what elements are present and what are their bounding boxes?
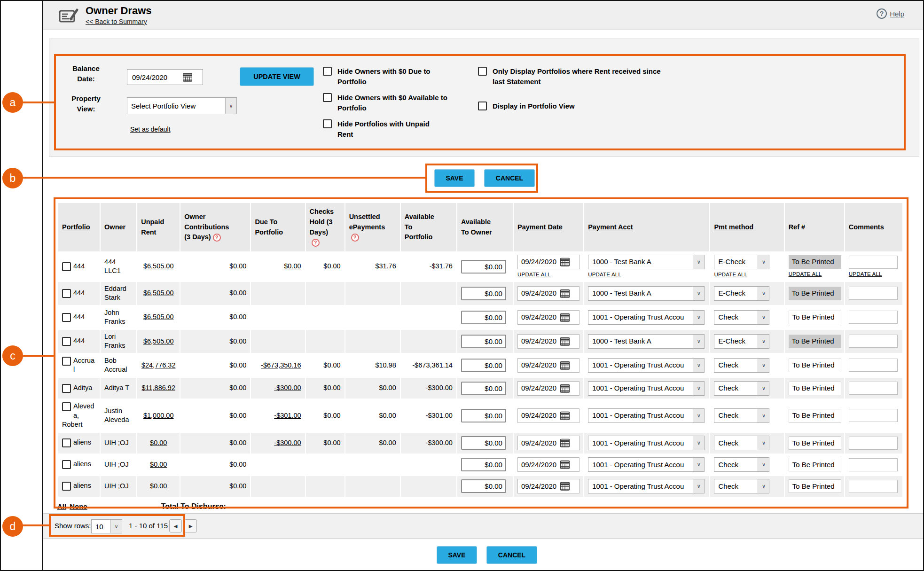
select-all-link[interactable]: All [57,502,66,510]
payment-date-field[interactable]: 09/24/2020 [517,457,579,472]
hide-portfolios-unpaid-checkbox[interactable]: Hide Portfolios with Unpaid Rent [323,119,485,140]
next-page-button[interactable]: ▶ [184,519,197,532]
available-to-owner-input[interactable] [461,311,506,324]
comments-input[interactable] [849,287,898,300]
calendar-icon[interactable] [560,313,570,322]
column-header-label[interactable]: Payment Date [517,223,563,231]
red-help-icon[interactable]: ? [312,239,320,247]
available-to-owner-input[interactable] [461,260,506,274]
checkbox-icon[interactable] [323,67,332,76]
row-checkbox[interactable] [62,402,71,411]
available-to-owner-input[interactable] [461,458,506,471]
calendar-icon[interactable] [560,482,570,491]
unpaid-rent-link[interactable]: $6,505.00 [143,313,174,321]
payment-date-field[interactable]: 09/24/2020 [517,479,579,493]
update-view-button[interactable]: UPDATE VIEW [240,67,314,86]
payment-acct-select[interactable]: 1001 - Operating Trust Accou∨ [588,436,705,450]
row-checkbox[interactable] [62,460,71,469]
pmt-method-select[interactable]: Check∨ [714,358,769,373]
only-display-rent-received-checkbox[interactable]: Only Display Portfolios where Rent recei… [478,66,704,87]
row-checkbox[interactable] [62,289,71,298]
payment-date-field[interactable]: 09/24/2020 [517,310,579,325]
unpaid-rent-link[interactable]: $24,776.32 [141,361,176,369]
payment-acct-select[interactable]: 1001 - Operating Trust Accou∨ [588,310,705,325]
payment-acct-select[interactable]: 1001 - Operating Trust Accou∨ [588,457,705,472]
column-header-label[interactable]: Payment Acct [588,223,633,231]
payment-date-field[interactable]: 09/24/2020 [517,255,579,269]
row-checkbox[interactable] [62,384,71,393]
unpaid-rent-link[interactable]: $6,505.00 [143,289,174,297]
pmt-method-select[interactable]: Check∨ [714,381,769,396]
calendar-icon[interactable] [560,289,570,298]
available-to-owner-input[interactable] [461,335,506,348]
calendar-icon[interactable] [560,337,570,346]
update-all-link[interactable]: UPDATE ALL [517,271,579,279]
comments-input[interactable] [849,458,898,471]
save-button-bottom[interactable]: SAVE [437,546,477,564]
help-link[interactable]: Help [890,10,904,18]
calendar-icon[interactable] [560,411,570,420]
hide-owners-due-checkbox[interactable]: Hide Owners with $0 Due to Portfolio [323,66,485,87]
pmt-method-select[interactable]: Check∨ [714,436,769,450]
help-icon[interactable]: ? [877,8,887,19]
payment-date-field[interactable]: 09/24/2020 [517,286,579,301]
comments-input[interactable] [849,382,898,395]
available-to-owner-input[interactable] [461,409,506,422]
cancel-button-bottom[interactable]: CANCEL [486,546,537,564]
payment-acct-select[interactable]: 1000 - Test Bank A∨ [588,255,705,269]
row-checkbox[interactable] [62,337,71,346]
pmt-method-select[interactable]: Check∨ [714,408,769,423]
available-to-owner-input[interactable] [461,479,506,493]
comments-input[interactable] [849,311,898,324]
prev-page-button[interactable]: ◀ [169,519,182,532]
display-portfolio-view-checkbox[interactable]: Display in Portfolio View [478,101,704,111]
due-to-portfolio-link[interactable]: -$300.00 [274,384,301,391]
payment-date-field[interactable]: 09/24/2020 [517,408,579,423]
row-checkbox[interactable] [62,438,71,447]
update-all-link[interactable]: UPDATE ALL [588,271,705,279]
comments-input[interactable] [849,409,898,422]
checkbox-icon[interactable] [323,119,332,128]
available-to-owner-input[interactable] [461,436,506,450]
due-to-portfolio-link[interactable]: -$301.00 [274,412,301,419]
red-help-icon[interactable]: ? [351,234,359,242]
payment-acct-select[interactable]: 1001 - Operating Trust Accou∨ [588,408,705,423]
show-rows-select[interactable]: 10 ∨ [91,519,122,533]
pmt-method-select[interactable]: E-Check∨ [714,334,769,349]
payment-date-field[interactable]: 09/24/2020 [517,358,579,373]
checkbox-icon[interactable] [478,102,487,110]
row-checkbox[interactable] [62,357,71,366]
payment-acct-select[interactable]: 1001 - Operating Trust Accou∨ [588,479,705,493]
payment-acct-select[interactable]: 1000 - Test Bank A∨ [588,334,705,349]
payment-date-field[interactable]: 09/24/2020 [517,334,579,349]
due-to-portfolio-link[interactable]: $0.00 [284,262,301,270]
red-help-icon[interactable]: ? [213,234,221,242]
comments-input[interactable] [849,480,898,493]
update-all-link[interactable]: UPDATE ALL [789,271,840,278]
calendar-icon[interactable] [560,460,570,469]
unpaid-rent-link[interactable]: $0.00 [150,439,167,446]
payment-acct-select[interactable]: 1001 - Operating Trust Accou∨ [588,381,705,396]
comments-input[interactable] [849,359,898,372]
balance-date-input[interactable] [131,73,178,82]
payment-date-field[interactable]: 09/24/2020 [517,436,579,450]
property-view-select[interactable]: Select Portfolio View ∨ [127,97,237,114]
comments-input[interactable] [849,437,898,450]
comments-input[interactable] [849,335,898,348]
unpaid-rent-link[interactable]: $0.00 [150,461,167,468]
unpaid-rent-link[interactable]: $6,505.00 [143,262,174,270]
payment-acct-select[interactable]: 1001 - Operating Trust Accou∨ [588,358,705,373]
pmt-method-select[interactable]: Check∨ [714,457,769,472]
column-header-label[interactable]: Pmt method [714,223,753,231]
due-to-portfolio-link[interactable]: -$300.00 [274,439,301,446]
available-to-owner-input[interactable] [461,382,506,395]
payment-acct-select[interactable]: 1000 - Test Bank A∨ [588,286,705,301]
update-all-link[interactable]: UPDATE ALL [714,271,780,279]
available-to-owner-input[interactable] [461,359,506,372]
cancel-button[interactable]: CANCEL [484,169,535,187]
calendar-icon[interactable] [560,361,570,370]
calendar-icon[interactable] [183,73,192,82]
calendar-icon[interactable] [560,384,570,393]
row-checkbox[interactable] [62,262,71,271]
payment-date-field[interactable]: 09/24/2020 [517,381,579,396]
